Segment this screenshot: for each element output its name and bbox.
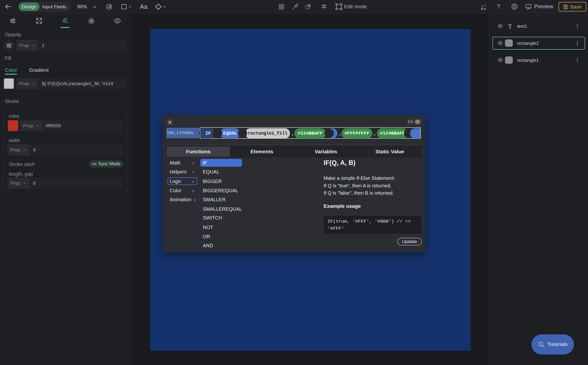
svg-text:a: a	[484, 7, 486, 10]
svg-text:A: A	[481, 7, 483, 10]
svg-text:A: A	[484, 4, 486, 7]
